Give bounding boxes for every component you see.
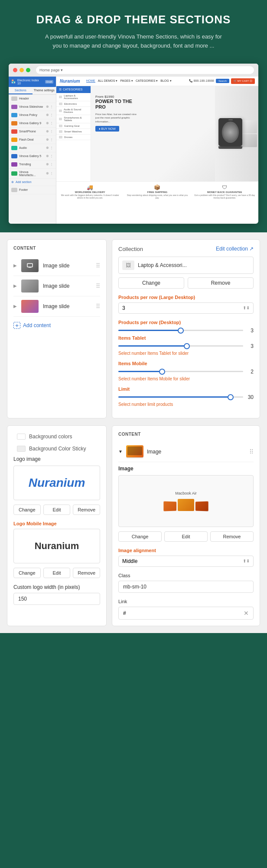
drag-handle-3[interactable]: ⠿ — [96, 303, 100, 310]
content2-title: CONTENT — [118, 432, 254, 437]
content-image-panel: CONTENT ▼ Image ⠿ Image Macbook Air Chan… — [112, 425, 260, 626]
nav-demos[interactable]: ALL DEMOS ▾ — [98, 79, 118, 83]
remove-image-button[interactable]: Remove — [210, 531, 254, 542]
edit-logo-mobile-button[interactable]: Edit — [43, 568, 71, 578]
sidebar-item-audio[interactable]: Audio ⊕ ⋮ — [9, 144, 56, 152]
edit-image-button[interactable]: Edit — [164, 531, 208, 542]
footer-delivery: 🚚 WORLDWIDE DELIVERY We work with the bi… — [56, 183, 124, 200]
remove-logo-mobile-button[interactable]: Remove — [73, 568, 100, 578]
address-bar[interactable]: Home page ▾ — [36, 66, 254, 74]
cat-icon — [59, 109, 62, 112]
per-row-large-select[interactable]: 3 ⬆⬇ — [118, 302, 254, 314]
change-image-button[interactable]: Change — [118, 531, 162, 542]
slider-fill — [118, 330, 181, 331]
toggle-1[interactable]: ▶ — [13, 263, 17, 268]
bg-color-swatch[interactable] — [17, 434, 26, 440]
slider-thumb[interactable] — [178, 328, 184, 334]
class-input[interactable] — [118, 581, 254, 593]
sidebar-item-manufactu[interactable]: Vinova Manufactu... ⊕ ⋮ — [9, 169, 56, 179]
change-collection-button[interactable]: Change — [118, 277, 184, 289]
cat-item-audio[interactable]: Audio & Sound Devices — [56, 107, 91, 115]
store-footer-bar: 🚚 WORLDWIDE DELIVERY We work with the bi… — [56, 181, 258, 202]
per-row-large-value: 3 — [122, 305, 125, 311]
change-logo-mobile-button[interactable]: Change — [13, 568, 41, 578]
toggle-3[interactable]: ▶ — [13, 304, 17, 309]
cat-item-watches[interactable]: Smart Watches — [56, 129, 91, 135]
items-tablet-label: Items Tablet — [118, 335, 254, 341]
collection-header: Collection Edit collection ↗ — [118, 246, 254, 252]
slider-thumb-tablet[interactable] — [184, 343, 190, 349]
nav-pages[interactable]: PAGES ▾ — [120, 79, 133, 83]
sidebar-item-policy[interactable]: Vinova Policy ⊕ ⋮ — [9, 111, 56, 119]
class-label: Class — [118, 573, 254, 578]
slider-track-limit[interactable] — [118, 396, 243, 398]
cat-item-smartphones[interactable]: Smartphones & Tablets — [56, 115, 91, 123]
items-tablet-hint: Select number Items Tablet for slider — [118, 351, 254, 356]
drag-handle-image[interactable]: ⠿ — [249, 448, 254, 455]
limit-label: Limit — [118, 386, 254, 392]
nav-home[interactable]: HOME — [86, 79, 95, 83]
close-dot[interactable] — [13, 68, 17, 72]
edit-collection-button[interactable]: Edit collection ↗ — [216, 246, 254, 252]
sidebar-item-slideshow[interactable]: Vinova Slideshow ⊕ ⋮ — [9, 103, 56, 111]
sidebar-item-add[interactable]: ⊕ Add section — [9, 179, 56, 186]
cat-item-electronics[interactable]: Electronics — [56, 101, 91, 107]
sidebar-icon — [11, 154, 17, 158]
link-value[interactable]: # — [123, 610, 126, 616]
cat-item-gaming[interactable]: Gaming Gear — [56, 123, 91, 129]
thumb-2 — [21, 280, 39, 293]
link-clear-button[interactable]: ✕ — [244, 610, 249, 617]
theme-tab[interactable]: Theme settings — [33, 87, 56, 94]
custom-width-input[interactable] — [13, 593, 100, 605]
nav-blog[interactable]: BLOG ▾ — [160, 79, 171, 83]
search-button[interactable]: Search — [216, 79, 229, 83]
sidebar-item-smartphone[interactable]: SmartPhone ⊕ ⋮ — [9, 128, 56, 136]
sections-tab[interactable]: Sections — [9, 87, 33, 94]
drag-handle-1[interactable]: ⠿ — [96, 262, 100, 269]
logo-mobile-label: Logo Mobile Image — [13, 521, 100, 526]
sidebar-item-footer[interactable]: Footer — [9, 186, 56, 194]
sidebar-item-gallery5[interactable]: Vinova Gallery 5 ⊕ ⋮ — [9, 152, 56, 161]
sidebar-icon — [11, 146, 17, 150]
cart-button[interactable]: 🛒 MY CART ⓪ — [231, 78, 255, 84]
cat-icon — [59, 118, 62, 120]
content-panel: CONTENT ▶ Image slide ⠿ ▶ Image slide ⠿ … — [7, 239, 107, 418]
toggle-2[interactable]: ▶ — [13, 283, 17, 288]
collection-icon: 🖼 — [122, 260, 134, 270]
banner-headline: POWER TO THEPRO — [95, 99, 139, 110]
nav-cats[interactable]: CATEGORIES ▾ — [136, 79, 158, 83]
slider-track-tablet[interactable] — [118, 345, 243, 347]
slider-thumb-mobile[interactable] — [159, 369, 165, 375]
toggle-down[interactable]: ▼ — [118, 449, 123, 454]
logo-btn-row: Change Edit Remove — [13, 505, 100, 515]
limit-hint: Select number limit products — [118, 402, 254, 407]
thumb-img-3 — [21, 300, 39, 313]
slider-track-mobile[interactable] — [118, 371, 243, 372]
buy-now-button[interactable]: ♦ BUY NOW — [95, 126, 119, 132]
limit-slider: 30 — [118, 394, 254, 400]
remove-collection-button[interactable]: Remove — [188, 277, 254, 289]
cat-item-drones[interactable]: Drones — [56, 135, 91, 140]
slider-track[interactable] — [118, 330, 243, 331]
add-content-button[interactable]: + Add content — [13, 322, 100, 329]
sidebar-item-trending[interactable]: Trending ⊕ ⋮ — [9, 161, 56, 169]
bg-sticky-swatch[interactable] — [17, 446, 26, 452]
thumb-1 — [21, 259, 39, 272]
slider-thumb-limit[interactable] — [228, 394, 234, 400]
macbook-title: Macbook Air — [175, 491, 197, 495]
remove-logo-button[interactable]: Remove — [73, 505, 100, 515]
sidebar-item-flash[interactable]: Flash Deal ⊕ ⋮ — [9, 136, 56, 144]
maximize-dot[interactable] — [26, 68, 30, 72]
drag-handle-2[interactable]: ⠿ — [96, 283, 100, 289]
cat-item-laptops[interactable]: Laptops & Accessories — [56, 93, 91, 101]
banner-from: From $1990 — [95, 95, 139, 99]
items-mobile-label: Items Mobile — [118, 361, 254, 366]
minimize-dot[interactable] — [20, 68, 24, 72]
change-logo-button[interactable]: Change — [13, 505, 41, 515]
sidebar-item-gallery9[interactable]: Vinova Gallery 9 ⊕ ⋮ — [9, 119, 56, 128]
add-icon: + — [13, 322, 20, 329]
alignment-select[interactable]: Middle ⬆⬇ — [118, 556, 254, 567]
admin-tabs: Sections Theme settings — [9, 87, 56, 95]
edit-logo-button[interactable]: Edit — [43, 505, 71, 515]
sidebar-item-header[interactable]: Header — [9, 95, 56, 103]
